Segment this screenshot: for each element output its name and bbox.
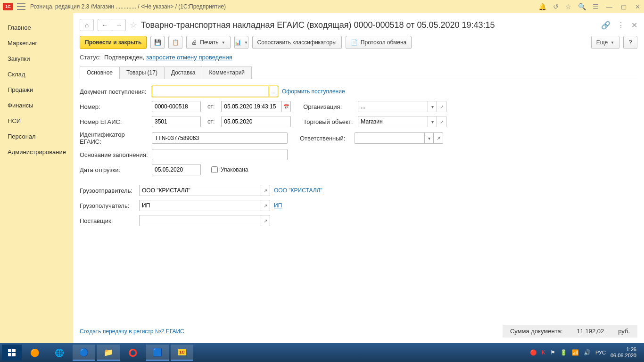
create-receipt-link[interactable]: Оформить поступление: [282, 88, 345, 95]
document-total: Сумма документа: 11 192,02 руб.: [503, 325, 637, 337]
settings-icon[interactable]: ☰: [593, 3, 599, 10]
responsible-open-button[interactable]: ↗: [434, 132, 443, 144]
close-button[interactable]: ✕: [634, 3, 641, 10]
minimize-button[interactable]: —: [605, 3, 613, 10]
org-dropdown-button[interactable]: ▾: [428, 101, 437, 112]
sidebar-item-marketing[interactable]: Маркетинг: [0, 35, 73, 51]
tray-flag-icon[interactable]: ⚑: [550, 349, 555, 356]
post-and-close-button[interactable]: Провести и закрыть: [80, 36, 147, 49]
maximize-button[interactable]: ▢: [620, 3, 627, 10]
sidebar-item-warehouse[interactable]: Склад: [0, 66, 73, 82]
recipient-input[interactable]: [139, 200, 261, 211]
doc-receipt-input[interactable]: [152, 86, 269, 97]
sender-input[interactable]: [139, 185, 261, 196]
egais-num-input[interactable]: [152, 116, 201, 127]
org-input[interactable]: [358, 101, 428, 112]
doc-receipt-select-button[interactable]: …: [269, 86, 278, 97]
packed-checkbox[interactable]: Упакована: [211, 166, 248, 173]
number-date-input[interactable]: [221, 101, 281, 112]
taskbar-yandex[interactable]: ⭕: [122, 345, 144, 361]
svg-rect-3: [12, 353, 16, 356]
tray-icon-2[interactable]: K: [542, 349, 545, 356]
sender-open-button[interactable]: ↗: [261, 185, 270, 196]
tray-network-icon[interactable]: 📶: [572, 349, 579, 356]
hamburger-menu[interactable]: [17, 3, 25, 10]
taskbar-app-1[interactable]: 🟠: [24, 345, 46, 361]
tray-clock[interactable]: 1:26 06.06.2020: [611, 346, 636, 359]
search-icon[interactable]: 🔍: [578, 3, 586, 10]
help-button[interactable]: ?: [623, 36, 637, 49]
start-button[interactable]: [2, 345, 22, 361]
recipient-link[interactable]: ИП: [274, 202, 282, 209]
document-title: Товарно-транспортная накладная ЕГАИС (вх…: [141, 20, 597, 30]
home-button[interactable]: ⌂: [80, 19, 94, 31]
history-icon[interactable]: ↺: [553, 3, 559, 10]
cancel-posting-link[interactable]: запросите отмену проведения: [146, 54, 232, 61]
tab-goods[interactable]: Товары (17): [120, 66, 165, 79]
tab-comment[interactable]: Комментарий: [202, 66, 252, 79]
window-title: Розница, редакция 2.3 /Магазин .........…: [30, 3, 538, 10]
calendar-icon[interactable]: 📅: [281, 101, 291, 112]
sidebar-item-sales[interactable]: Продажи: [0, 82, 73, 98]
report-button[interactable]: 📊 ▼: [234, 36, 248, 49]
recipient-open-button[interactable]: ↗: [261, 200, 270, 211]
window-titlebar: 1C Розница, редакция 2.3 /Магазин ......…: [0, 0, 644, 13]
trade-object-dropdown-button[interactable]: ▾: [428, 116, 437, 127]
taskbar-1c[interactable]: 1C: [171, 345, 193, 361]
tray-language[interactable]: РУС: [595, 350, 606, 355]
favorite-star-icon[interactable]: ☆: [130, 20, 137, 30]
trade-object-open-button[interactable]: ↗: [437, 116, 446, 127]
egais-date-input[interactable]: [221, 116, 291, 127]
supplier-open-button[interactable]: ↗: [261, 215, 270, 226]
link-icon[interactable]: 🔗: [601, 21, 611, 30]
supplier-input[interactable]: [139, 215, 261, 226]
taskbar-explorer[interactable]: 📁: [97, 345, 120, 361]
taskbar-chrome[interactable]: 🔵: [73, 345, 95, 361]
taskbar-ie[interactable]: 🌐: [48, 345, 71, 361]
protocol-button[interactable]: 📄 Протокол обмена: [346, 36, 412, 49]
org-open-button[interactable]: ↗: [437, 101, 446, 112]
sidebar-item-finance[interactable]: Финансы: [0, 98, 73, 113]
sender-link[interactable]: ООО "КРИСТАЛЛ": [274, 187, 322, 194]
windows-taskbar: 🟠 🌐 🔵 📁 ⭕ 🟦 1C 🔴 K ⚑ 🔋 📶 🔊 РУС 1:26 06.0…: [0, 343, 644, 362]
bell-icon[interactable]: 🔔: [538, 3, 546, 10]
save-button[interactable]: 💾: [150, 36, 165, 49]
close-tab-icon[interactable]: ✕: [631, 21, 637, 30]
more-menu-icon[interactable]: ⋮: [617, 21, 625, 30]
tray-battery-icon[interactable]: 🔋: [560, 349, 567, 356]
sidebar-item-nsi[interactable]: НСИ: [0, 113, 73, 129]
print-button[interactable]: 🖨 Печать ▼: [186, 36, 230, 49]
number-label: Номер:: [80, 103, 148, 110]
tab-main[interactable]: Основное: [80, 66, 120, 79]
responsible-input[interactable]: [355, 132, 424, 144]
taskbar-app-2[interactable]: 🟦: [146, 345, 169, 361]
trade-object-label: Торговый объект:: [303, 118, 354, 125]
star-icon[interactable]: ☆: [565, 3, 571, 10]
tray-icon-1[interactable]: 🔴: [530, 349, 537, 356]
sidebar-item-admin[interactable]: Администрирование: [0, 144, 73, 160]
sidebar-item-purchases[interactable]: Закупки: [0, 51, 73, 66]
tray-volume-icon[interactable]: 🔊: [584, 349, 591, 356]
tab-delivery[interactable]: Доставка: [165, 66, 203, 79]
sidebar-item-personnel[interactable]: Персонал: [0, 129, 73, 144]
sidebar-item-main[interactable]: Главное: [0, 20, 73, 35]
egais-id-input[interactable]: [152, 132, 288, 144]
status-line: Статус: Подтвержден, запросите отмену пр…: [80, 54, 637, 61]
forward-button[interactable]: →: [112, 19, 126, 31]
ship-date-input[interactable]: [152, 164, 201, 175]
post-button[interactable]: 📋: [168, 36, 182, 49]
responsible-dropdown-button[interactable]: ▾: [424, 132, 434, 144]
basis-input[interactable]: [152, 149, 288, 160]
org-label: Организация:: [303, 103, 354, 110]
responsible-label: Ответственный:: [300, 135, 351, 142]
from-label-2: от:: [205, 118, 217, 125]
number-input[interactable]: [152, 101, 201, 112]
back-button[interactable]: ←: [98, 19, 112, 31]
basis-label: Основание заполнения:: [80, 151, 148, 158]
svg-rect-2: [8, 353, 11, 356]
create-register2-link[interactable]: Создать передачу в регистр №2 ЕГАИС: [80, 328, 184, 335]
compare-classifiers-button[interactable]: Сопоставить классификаторы: [252, 36, 342, 49]
trade-object-input[interactable]: [358, 116, 428, 127]
packed-checkbox-input[interactable]: [211, 166, 218, 173]
more-button[interactable]: Еще ▼: [591, 36, 619, 49]
